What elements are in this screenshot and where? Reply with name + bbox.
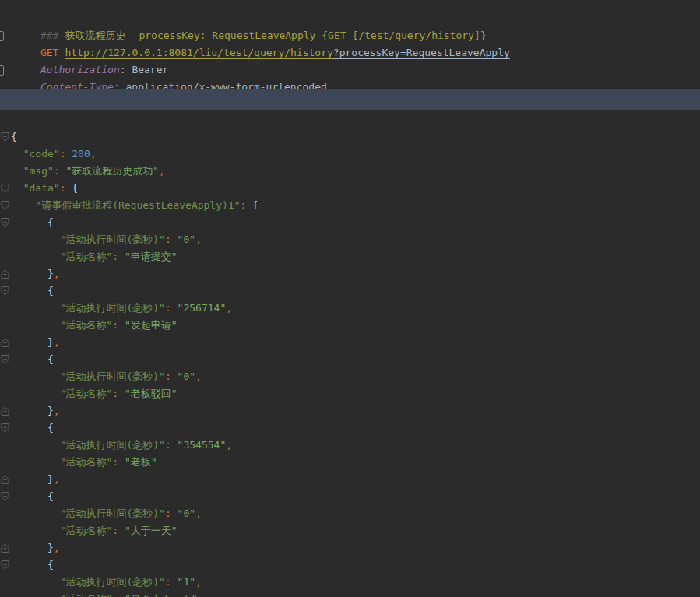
run-request-gutter-icon[interactable] <box>0 31 4 41</box>
json-token-punc: , <box>159 165 165 177</box>
fold-open-icon[interactable] <box>1 200 9 211</box>
indent <box>11 559 47 571</box>
json-token-str: "354554" <box>178 439 227 451</box>
json-token-punc: : <box>112 251 125 262</box>
json-code-line[interactable]: "msg": "获取流程历史成功", <box>0 163 700 180</box>
fold-close-icon[interactable] <box>1 543 9 553</box>
json-token-punc: , <box>226 302 232 314</box>
json-token-key: "data" <box>23 182 60 194</box>
json-code-line[interactable]: }, <box>0 265 700 283</box>
json-token-key: "活动名称" <box>60 456 113 468</box>
json-code-line[interactable]: "请事假审批流程(RequestLeaveApply)1": [ <box>0 197 700 214</box>
json-token-punc: : <box>112 593 125 597</box>
indent <box>11 182 23 194</box>
json-token-key: "活动名称" <box>60 319 113 331</box>
json-token-brace: { <box>47 559 54 571</box>
json-code-line[interactable]: "code": 200, <box>0 146 700 163</box>
indent <box>11 507 60 519</box>
indent <box>11 422 47 434</box>
json-code-line[interactable]: "活动执行时间(毫秒)": "256714", <box>0 300 700 317</box>
fold-open-icon[interactable] <box>1 286 9 297</box>
fold-close-icon[interactable] <box>1 269 9 279</box>
fold-close-icon[interactable] <box>1 337 9 348</box>
indent <box>11 319 60 331</box>
request-header-line[interactable]: Content-Type: application/x-www-form-url… <box>0 61 700 79</box>
json-code-line[interactable]: { <box>0 128 700 146</box>
json-code-line[interactable]: "活动名称": "老板" <box>0 454 700 471</box>
json-token-str: "获取流程历史成功" <box>65 165 159 177</box>
json-token-key: "code" <box>23 148 60 160</box>
indent <box>11 473 47 485</box>
json-token-brace: { <box>47 285 54 297</box>
json-token-key: "活动执行时间(毫秒)" <box>60 370 165 382</box>
fold-close-icon[interactable] <box>1 406 9 416</box>
json-code-line[interactable]: "活动执行时间(毫秒)": "0", <box>0 231 700 248</box>
indent <box>11 234 60 245</box>
indent <box>11 251 60 262</box>
json-token-punc: : <box>60 148 72 160</box>
fold-open-icon[interactable] <box>1 560 9 571</box>
json-token-str: "老板驳回" <box>125 388 178 399</box>
indent <box>11 302 60 314</box>
fold-open-icon[interactable] <box>1 423 9 434</box>
json-token-punc: : <box>54 165 66 177</box>
json-token-punc: , <box>226 439 232 451</box>
fold-open-icon[interactable] <box>1 132 9 142</box>
json-code-line[interactable]: "活动执行时间(毫秒)": "354554", <box>0 437 700 454</box>
json-code-line[interactable]: "活动名称": "发起申请" <box>0 317 700 334</box>
fold-open-icon[interactable] <box>1 217 9 228</box>
json-code-line[interactable]: "活动执行时间(毫秒)": "1", <box>0 574 700 591</box>
json-code-line[interactable]: { <box>0 420 700 437</box>
json-code-line[interactable]: "活动执行时间(毫秒)": "0", <box>0 505 700 522</box>
json-code-line[interactable]: "活动名称": "申请提交" <box>0 248 700 265</box>
json-token-str: "申请提交" <box>125 251 178 262</box>
json-code-line[interactable]: "活动执行时间(毫秒)": "0", <box>0 368 700 385</box>
fold-open-icon[interactable] <box>1 491 9 502</box>
json-token-punc: : <box>165 507 178 519</box>
request-header-line[interactable]: Authorization: Bearer <box>0 44 700 61</box>
indent <box>11 542 47 553</box>
json-token-str: "大于一天" <box>125 525 178 536</box>
indent <box>11 216 47 228</box>
json-token-punc: , <box>54 473 60 485</box>
json-token-str: "1" <box>178 576 195 588</box>
json-token-punc: , <box>54 542 60 553</box>
indent <box>11 439 60 451</box>
json-code-line[interactable]: { <box>0 557 700 574</box>
json-code-line[interactable]: "活动名称": "是否大于一天" <box>0 591 700 597</box>
json-token-brace: { <box>47 422 54 434</box>
content-type-gutter-icon[interactable] <box>0 65 4 76</box>
json-token-key: "活动名称" <box>60 251 113 262</box>
json-code-line[interactable]: { <box>0 283 700 300</box>
json-token-brace: { <box>47 490 54 502</box>
json-code-line[interactable]: "活动名称": "大于一天" <box>0 522 700 539</box>
json-token-punc: : <box>112 525 125 536</box>
json-token-brace: { <box>47 353 54 365</box>
json-token-punc: : <box>241 199 253 211</box>
json-token-brace: [ <box>252 199 259 211</box>
fold-open-icon[interactable] <box>1 183 9 194</box>
request-section: ###获取流程历史processKey: RequestLeaveApply {… <box>0 10 700 79</box>
request-url-line[interactable]: GEThttp://127.0.0.1:8081/liu/test/query/… <box>0 27 700 44</box>
json-token-punc: : <box>60 182 72 194</box>
json-token-str: "发起申请" <box>125 319 178 331</box>
indent <box>11 525 60 536</box>
fold-close-icon[interactable] <box>1 474 9 485</box>
json-code-line[interactable]: }, <box>0 334 700 351</box>
json-code-line[interactable]: }, <box>0 402 700 420</box>
json-code-line[interactable]: "活动名称": "老板驳回" <box>0 385 700 402</box>
json-code-line[interactable]: { <box>0 351 700 368</box>
json-code-line[interactable]: "data": { <box>0 180 700 197</box>
json-token-key: "活动执行时间(毫秒)" <box>60 576 165 588</box>
json-code-line[interactable]: }, <box>0 471 700 488</box>
json-token-num: 200 <box>72 148 90 160</box>
fold-open-icon[interactable] <box>1 354 9 365</box>
json-code-line[interactable]: { <box>0 488 700 505</box>
json-token-punc: : <box>165 370 178 382</box>
json-code-line[interactable]: }, <box>0 539 700 557</box>
json-token-str: "是否大于一天" <box>125 593 198 597</box>
json-code-line[interactable]: { <box>0 214 700 231</box>
request-comment-line[interactable]: ###获取流程历史processKey: RequestLeaveApply {… <box>0 10 700 27</box>
json-token-str: "0" <box>178 370 195 382</box>
json-token-str: "0" <box>178 507 195 519</box>
